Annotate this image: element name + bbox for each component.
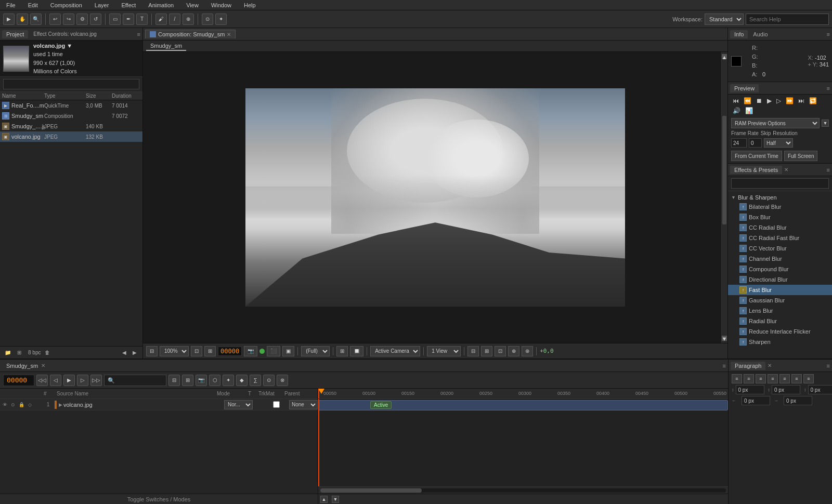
zoom-tool[interactable]: 🔍 xyxy=(30,14,42,25)
effect-lens-blur[interactable]: f Lens Blur xyxy=(728,306,832,316)
effect-bilateral-blur[interactable]: f Bilateral Blur xyxy=(728,202,832,212)
workspace-select[interactable]: Standard xyxy=(705,14,744,25)
paint-tool[interactable]: ⊕ xyxy=(183,14,194,25)
indent-input-5[interactable] xyxy=(784,396,812,405)
indent-input-2[interactable] xyxy=(772,385,800,394)
align-left-btn[interactable]: ≡ xyxy=(732,374,742,383)
grid2-btn[interactable]: ⊞ xyxy=(336,346,348,356)
text-tool[interactable]: T xyxy=(136,14,148,25)
effect-channel-blur[interactable]: f Channel Blur xyxy=(728,254,832,264)
resolution-select[interactable]: Half Full Quarter xyxy=(764,138,793,148)
tl-keyframe-btn[interactable]: ◆ xyxy=(236,375,248,386)
preview-panel-menu-btn[interactable]: ≡ xyxy=(827,85,830,91)
align-right-btn[interactable]: ≡ xyxy=(756,374,766,383)
tl-mask-btn[interactable]: ⬡ xyxy=(209,375,220,386)
effect-directional-blur[interactable]: f Directional Blur xyxy=(728,274,832,285)
tab-project[interactable]: Project xyxy=(2,30,28,38)
indent-input-1[interactable] xyxy=(736,385,764,394)
layer-trk-check-1[interactable] xyxy=(273,401,280,408)
effects-category-blur[interactable]: ▼ Blur & Sharpen xyxy=(728,193,832,202)
file-item-mov[interactable]: ▶ Real_Fo....mov QuickTime 3,0 MB 7 0014 xyxy=(0,100,142,111)
layer-solo-btn[interactable]: ⊙ xyxy=(9,401,17,408)
full-screen-btn[interactable]: Full Screen xyxy=(784,151,818,161)
next-frame-btn[interactable]: ⏩ xyxy=(784,97,795,105)
loop-btn[interactable]: 🔁 xyxy=(808,97,818,105)
paragraph-panel-menu-btn[interactable]: ≡ xyxy=(827,363,830,369)
layer-row-1[interactable]: 👁 ⊙ 🔒 ◇ 1 ▶ volcano.jpg Nor... Normal A xyxy=(0,399,318,410)
color-btn[interactable]: ⬛ xyxy=(267,346,280,356)
menu-help[interactable]: Help xyxy=(242,1,258,9)
tab-preview[interactable]: Preview xyxy=(730,84,759,92)
effect-sharpen[interactable]: f Sharpen xyxy=(728,337,832,347)
layer-expand-1[interactable]: ▶ xyxy=(59,402,62,407)
tl-prev-keyframe[interactable]: ◁◁ xyxy=(36,375,48,386)
file-item-smudgy-jpg[interactable]: ▣ Smudgy_....jpg JPEG 140 KB xyxy=(0,121,142,131)
menu-window[interactable]: Window xyxy=(209,1,233,9)
viewer-tab-smudgy[interactable]: Smudgy_sm xyxy=(146,42,186,51)
search-input[interactable] xyxy=(746,14,829,25)
file-item-comp[interactable]: ⊞ Smudgy_sm Composition 7 0072 xyxy=(0,111,142,121)
tab-info[interactable]: Info xyxy=(730,30,748,38)
tl-solo-btn[interactable]: ⊞ xyxy=(182,375,193,386)
pen-tool[interactable]: ✒ xyxy=(123,14,134,25)
eraser-tool[interactable]: / xyxy=(169,14,180,25)
indent-input-4[interactable] xyxy=(742,396,770,405)
menu-effect[interactable]: Effect xyxy=(119,1,138,9)
justify-left-btn[interactable]: ≡ xyxy=(768,374,778,383)
stop-btn[interactable]: ⏹ xyxy=(755,97,764,105)
new-composition-btn[interactable]: ⊞ xyxy=(15,348,24,357)
chart-btn[interactable]: 📊 xyxy=(744,107,755,115)
tl-motion-blur-btn[interactable]: ⊙ xyxy=(263,375,275,386)
timeline-tab-smudgy[interactable]: Smudgy_sm ✕ xyxy=(2,362,49,370)
anchor-tool[interactable]: ⊙ xyxy=(202,14,213,25)
indent-input-3[interactable] xyxy=(808,385,833,394)
nav-prev-btn[interactable]: ◀ xyxy=(120,348,129,357)
channel-btn[interactable]: 🔲 xyxy=(350,346,363,356)
timeline-timecode[interactable] xyxy=(3,375,34,386)
effect-fast-blur[interactable]: f Fast Blur xyxy=(728,285,832,295)
quality-select[interactable]: (Full) (Half) xyxy=(301,346,330,356)
effect-cc-radial-fast-blur[interactable]: f CC Radial Fast Blur xyxy=(728,233,832,243)
tab-audio[interactable]: Audio xyxy=(749,30,772,38)
menu-animation[interactable]: Animation xyxy=(146,1,176,9)
layer-mode-1[interactable]: Nor... Normal Add Multiply xyxy=(224,400,253,409)
hand-tool[interactable]: ✋ xyxy=(17,14,28,25)
effect-reduce-interlace[interactable]: f Reduce Interlace Flicker xyxy=(728,326,832,337)
alpha-btn[interactable]: ▣ xyxy=(282,346,294,356)
comp-tab-smudgy[interactable]: Composition: Smudgy_sm ✕ xyxy=(145,30,236,38)
menu-file[interactable]: File xyxy=(4,1,18,9)
effect-box-blur[interactable]: f Box Blur xyxy=(728,212,832,222)
tab-effect-controls[interactable]: Effect Controls: volcano.jpg xyxy=(29,30,101,38)
tl-next-frame[interactable]: ▷ xyxy=(77,375,88,386)
paragraph-panel-close[interactable]: ✕ xyxy=(768,363,772,368)
timeline-search[interactable] xyxy=(104,375,166,386)
justify-right-btn[interactable]: ≡ xyxy=(791,374,802,383)
comp-tab-close[interactable]: ✕ xyxy=(227,32,231,37)
timeline-panel-menu[interactable]: ≡ xyxy=(723,363,726,369)
tl-play-btn[interactable]: ▶ xyxy=(63,375,75,386)
timeline-tab-close[interactable]: ✕ xyxy=(41,363,45,368)
effect-radial-blur[interactable]: f Radial Blur xyxy=(728,316,832,326)
play-audio-btn[interactable]: ▷ xyxy=(775,97,783,105)
view-select[interactable]: 1 View 2 Views 4 Views xyxy=(427,346,461,356)
nav-next-btn[interactable]: ▶ xyxy=(130,348,139,357)
tab-paragraph[interactable]: Paragraph xyxy=(731,362,765,370)
fit-btn[interactable]: ⊡ xyxy=(191,346,202,356)
timeline-hscroll[interactable] xyxy=(318,486,728,494)
timeline-ruler[interactable]: 00050 00100 00150 00200 00250 00300 0035… xyxy=(318,389,728,399)
undo-btn[interactable]: ↩ xyxy=(49,14,61,25)
rect-tool[interactable]: ▭ xyxy=(109,14,121,25)
effect-gaussian-blur[interactable]: f Gaussian Blur xyxy=(728,295,832,306)
tl-bottom-btn-2[interactable]: ▼ xyxy=(332,496,339,503)
tl-render-btn[interactable]: ⊟ xyxy=(168,375,180,386)
selection-tool[interactable]: ▶ xyxy=(3,14,15,25)
left-panel-menu-btn[interactable]: ≡ xyxy=(137,31,140,37)
puppet-tool[interactable]: ✦ xyxy=(215,14,227,25)
menu-view[interactable]: View xyxy=(184,1,201,9)
tl-bottom-btn-1[interactable]: ▲ xyxy=(320,496,328,503)
skip-input[interactable] xyxy=(749,138,762,148)
effect-cc-radial-blur[interactable]: f CC Radial Blur xyxy=(728,222,832,233)
tab-effects-presets[interactable]: Effects & Presets xyxy=(730,166,782,174)
tl-prev-frame[interactable]: ◁ xyxy=(50,375,61,386)
trash-btn[interactable]: 🗑 xyxy=(43,348,52,357)
